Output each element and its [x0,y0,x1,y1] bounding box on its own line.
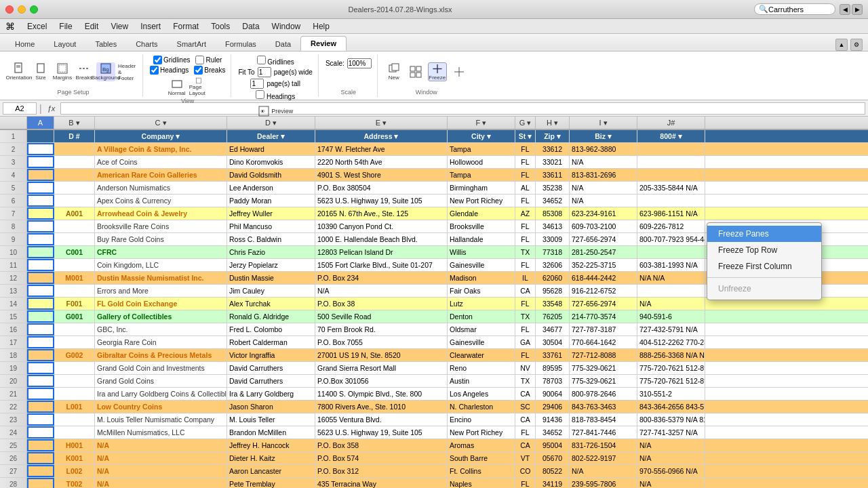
cell-biz[interactable]: 352-225-3715 [570,259,637,271]
cell-zip[interactable]: 80522 [536,465,570,477]
cell-city[interactable]: New Port Richey [448,426,515,439]
cell-id[interactable] [27,207,54,220]
cell-zip[interactable]: 29406 [536,401,570,413]
cell-d-num[interactable]: L001 [54,401,95,413]
cell-biz[interactable]: 831-726-1504 [570,439,637,451]
menu-edit[interactable]: Edit [79,20,104,33]
headings-check[interactable] [150,66,159,75]
cell-zip[interactable]: 85308 [536,207,570,220]
cell-biz[interactable]: N/A [570,195,637,207]
cell-dealer[interactable]: Jeffrey Wuller [227,207,315,220]
cell-state[interactable]: FL [515,195,536,207]
cell-state[interactable]: CA [515,388,536,400]
cell-state[interactable]: AL [515,182,536,194]
cell-ext[interactable]: N/A [637,439,705,451]
sheet-scroll[interactable]: A B ▾ C ▾ D ▾ E ▾ F ▾ G ▾ H ▾ I ▾ J# 1 D… [0,117,868,488]
cell-id[interactable] [27,246,54,258]
gridlines-print-check[interactable] [257,56,266,64]
cell-ext[interactable]: 727-741-3257 N/A [637,426,705,439]
cell-company[interactable]: Ira and Larry Goldberg Coins & Collectib… [95,388,227,400]
cell-zip[interactable]: 30504 [536,336,570,348]
cell-zip[interactable]: 77318 [536,246,570,258]
cell-city[interactable]: N. Charleston [448,401,515,413]
cell-ext[interactable]: 800-707-7923 954-449-0 [637,233,705,245]
cell-biz[interactable]: 623-234-9161 [570,207,637,220]
cell-d-num[interactable] [54,426,95,439]
headings-print-check[interactable] [256,90,264,99]
cell-d-num[interactable] [54,220,95,232]
cell-address[interactable]: 70 Fern Brook Rd. [315,323,448,336]
cell-d-num[interactable] [54,259,95,271]
cell-ext[interactable]: 970-556-0966 N/A [637,465,705,477]
tab-charts[interactable]: Charts [126,37,167,51]
cell-biz[interactable]: 239-595-7806 [570,478,637,488]
cell-company[interactable]: N/A [95,439,227,451]
cell-company[interactable]: N/A [95,465,227,477]
tab-tables[interactable]: Tables [85,37,126,51]
cell-address[interactable]: 5623 U.S. Highway 19, Suite 105 [315,426,448,439]
cell-city[interactable]: Denton [448,310,515,323]
cell-id[interactable] [27,401,54,413]
cell-id[interactable] [27,259,54,271]
cell-ext[interactable]: 940-591-6 [637,310,705,323]
arrange-btn[interactable] [406,62,425,81]
cell-id[interactable] [27,285,54,297]
cell-city[interactable]: Clearwater [448,349,515,361]
cell-company[interactable]: CFRC [95,246,227,258]
cell-company[interactable]: GBC, Inc. [95,323,227,336]
minimize-button[interactable] [18,5,26,14]
cell-zip[interactable]: 34677 [536,323,570,336]
cell-address[interactable]: 27001 US 19 N, Ste. 8520 [315,349,448,361]
cell-zip[interactable]: 33612 [536,143,570,155]
cell-dealer[interactable]: Jeffrey H. Hancock [227,439,315,451]
cell-biz[interactable]: 813-962-3880 [570,143,637,155]
cell-address[interactable]: Grand Sierra Resort Mall [315,362,448,374]
cell-city[interactable]: South Barre [448,452,515,464]
cell-city[interactable]: Austin [448,375,515,387]
cell-address[interactable]: 11400 S. Olympic Blvd., Ste. 800 [315,388,448,400]
cell-company[interactable]: A Village Coin & Stamp, Inc. [95,143,227,155]
cell-ext[interactable]: 623-986-1151 N/A [637,207,705,220]
cell-id[interactable] [27,220,54,232]
nav-next[interactable]: ▶ [852,4,863,15]
cell-company[interactable]: N/A [95,478,227,488]
cell-ext[interactable] [637,285,705,297]
cell-id[interactable] [27,388,54,400]
cell-state[interactable]: AZ [515,207,536,220]
gridlines-check[interactable] [153,56,162,64]
cell-city[interactable]: Gainesville [448,259,515,271]
cell-address[interactable]: 5623 U.S. Highway 19, Suite 105 [315,195,448,207]
cell-state[interactable]: TX [515,375,536,387]
cell-biz[interactable]: N/A [570,182,637,194]
cell-address[interactable]: P.O. Box 358 [315,439,448,451]
cell-address[interactable]: P.O. Box 234 [315,272,448,284]
cell-state[interactable]: CA [515,285,536,297]
menu-format[interactable]: Format [167,20,204,33]
cell-state[interactable]: NV [515,362,536,374]
tab-layout[interactable]: Layout [44,37,85,51]
tab-smartart[interactable]: SmartArt [167,37,216,51]
cell-zip[interactable]: 05670 [536,452,570,464]
cell-dealer[interactable]: Ross C. Baldwin [227,233,315,245]
cell-zip[interactable]: 90064 [536,388,570,400]
search-input[interactable] [768,5,829,14]
cell-city[interactable]: Willis [448,246,515,258]
cell-dealer[interactable]: Dustin Massie [227,272,315,284]
cell-city[interactable]: Madison [448,272,515,284]
cell-state[interactable]: SC [515,401,536,413]
cell-state[interactable]: FL [515,233,536,245]
cell-biz[interactable]: 727-656-2974 [570,298,637,310]
cell-id[interactable] [27,143,54,155]
cell-biz[interactable]: 727-712-8088 [570,349,637,361]
col-header-c[interactable]: C ▾ [95,117,227,129]
cell-company[interactable]: Dustin Massie Numismatist Inc. [95,272,227,284]
background-btn[interactable]: Bg Background [96,62,115,81]
cell-city[interactable]: Los Angeles [448,388,515,400]
cell-zip[interactable]: 34119 [536,478,570,488]
cell-d-num[interactable] [54,182,95,194]
cell-ext[interactable]: 404-512-2262 770-287-7 [637,336,705,348]
tab-formulas[interactable]: Formulas [216,37,266,51]
cell-zip[interactable]: 32606 [536,259,570,271]
cell-address[interactable]: 12803 Pelican Island Dr [315,246,448,258]
cell-biz[interactable]: 727-656-2974 [570,233,637,245]
